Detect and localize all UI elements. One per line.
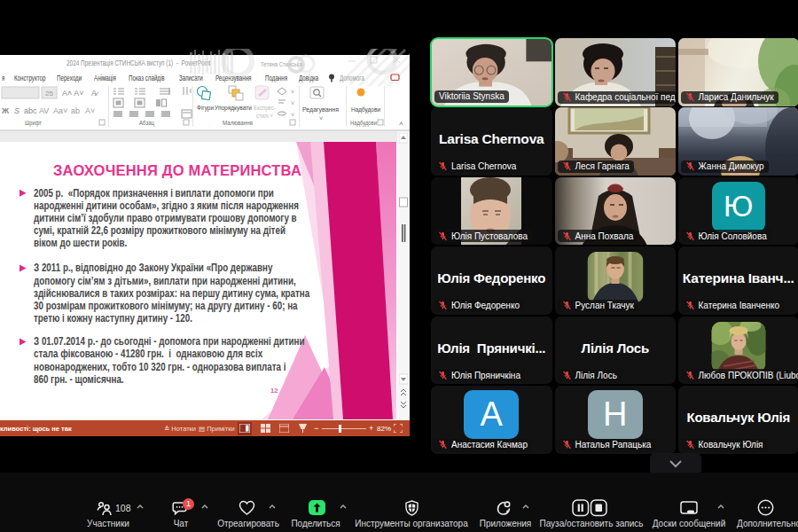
svg-text:˅: ˅ xyxy=(319,115,323,121)
svg-text:Редагування: Редагування xyxy=(302,106,339,113)
svg-text:стилі ˅: стилі ˅ xyxy=(256,112,273,120)
svg-text:˄: ˄ xyxy=(399,120,403,128)
svg-text:A˅: A˅ xyxy=(85,106,95,115)
svg-text:Шрифт: Шрифт xyxy=(25,119,42,127)
svg-text:Ж: Ж xyxy=(1,106,10,115)
svg-text:25: 25 xyxy=(45,90,53,98)
svg-text:Малювання: Малювання xyxy=(223,119,253,127)
svg-text:Експрес-: Експрес- xyxy=(254,104,276,112)
svg-text:Aa˅: Aa˅ xyxy=(53,106,67,115)
svg-text:˅: ˅ xyxy=(291,89,294,95)
svg-text:12: 12 xyxy=(270,387,278,395)
svg-text:Надбудови: Надбудови xyxy=(351,106,380,113)
svg-text:abc: abc xyxy=(24,106,37,115)
svg-text:Фігури: Фігури xyxy=(197,104,214,112)
svg-text:AV: AV xyxy=(39,106,49,115)
svg-text:Надбудови: Надбудови xyxy=(350,119,377,127)
svg-text:Упорядкувати: Упорядкувати xyxy=(215,104,252,112)
svg-text:˅: ˅ xyxy=(291,100,294,106)
svg-text:Абзац: Абзац xyxy=(139,119,155,127)
svg-text:˅: ˅ xyxy=(291,112,294,118)
svg-text:S: S xyxy=(14,106,20,115)
svg-text:ab: ab xyxy=(71,106,80,115)
svg-text:A˄ A˅: A˄ A˅ xyxy=(62,89,84,98)
svg-text:A̷: A̷ xyxy=(91,89,99,98)
